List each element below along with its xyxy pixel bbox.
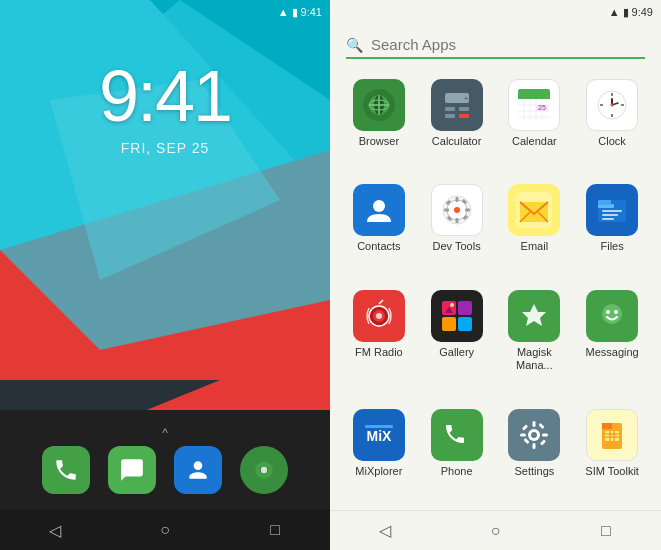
signal-icon-left: ▲ [278, 6, 289, 18]
status-bar-right: ▲ ▮ 9:49 [330, 0, 661, 24]
svg-rect-68 [602, 218, 614, 220]
svg-point-7 [261, 467, 268, 474]
app-label-magisk: Magisk Mana... [500, 346, 570, 372]
svg-rect-14 [439, 87, 475, 123]
status-bar-left: ▲ ▮ 9:41 [0, 0, 330, 24]
app-clock[interactable]: Clock [575, 75, 649, 172]
app-label-browser: Browser [359, 135, 399, 148]
time-left: 9:41 [301, 6, 322, 18]
svg-text:+: + [463, 94, 468, 103]
svg-point-45 [373, 200, 385, 212]
app-gallery[interactable]: Gallery [420, 286, 494, 397]
dock-messages[interactable] [108, 446, 156, 494]
app-contacts[interactable]: Contacts [342, 180, 416, 277]
app-calendar[interactable]: 25 Calendar [498, 75, 572, 172]
svg-point-92 [531, 432, 537, 438]
signal-icon-right: ▲ [609, 6, 620, 18]
svg-rect-103 [605, 431, 619, 441]
svg-rect-89 [439, 417, 475, 453]
time-right: 9:49 [632, 6, 653, 18]
svg-rect-88 [365, 425, 393, 428]
recents-btn-left[interactable]: □ [255, 510, 295, 550]
back-btn-right[interactable]: ◁ [365, 511, 405, 551]
app-files[interactable]: Files [575, 180, 649, 277]
app-calculator[interactable]: + Calculator [420, 75, 494, 172]
nav-bar-right: ◁ ○ □ [330, 510, 661, 550]
dock-phone[interactable] [42, 446, 90, 494]
app-fmradio[interactable]: FM Radio [342, 286, 416, 397]
search-placeholder: Search Apps [371, 36, 456, 53]
dock-arrow: ^ [162, 426, 168, 440]
app-label-email: Email [521, 240, 549, 253]
lockscreen: ▲ ▮ 9:41 9:41 FRI, SEP 25 [0, 0, 330, 410]
svg-text:25: 25 [538, 104, 546, 111]
svg-point-43 [611, 104, 614, 107]
svg-point-85 [614, 310, 618, 314]
app-devtools[interactable]: Dev Tools [420, 180, 494, 277]
svg-rect-51 [455, 218, 458, 223]
svg-rect-52 [444, 209, 449, 212]
svg-rect-65 [598, 200, 611, 205]
dock-icons [42, 446, 288, 494]
app-label-files: Files [601, 240, 624, 253]
app-label-mixplorer: MiXplorer [355, 465, 402, 478]
app-label-fmradio: FM Radio [355, 346, 403, 359]
app-label-phone: Phone [441, 465, 473, 478]
back-btn-left[interactable]: ◁ [35, 510, 75, 550]
svg-rect-94 [533, 443, 536, 449]
app-simtoolkit[interactable]: SIM Toolkit [575, 405, 649, 502]
svg-point-83 [602, 304, 622, 324]
home-btn-left[interactable]: ○ [145, 510, 185, 550]
app-label-calculator: Calculator [432, 135, 482, 148]
svg-rect-96 [542, 433, 548, 436]
svg-point-49 [454, 207, 460, 213]
svg-rect-95 [520, 433, 526, 436]
home-btn-right[interactable]: ○ [475, 511, 515, 551]
right-phone: ▲ ▮ 9:49 🔍 Search Apps Browser [330, 0, 661, 550]
svg-rect-16 [445, 107, 455, 111]
app-label-clock: Clock [598, 135, 626, 148]
app-browser[interactable]: Browser [342, 75, 416, 172]
svg-point-80 [450, 303, 454, 307]
svg-rect-66 [602, 210, 622, 212]
dock-magisk[interactable] [240, 446, 288, 494]
nav-bar-left: ◁ ○ □ [0, 510, 330, 550]
battery-icon-left: ▮ [292, 6, 298, 19]
svg-rect-53 [465, 209, 470, 212]
app-messaging[interactable]: Messaging [575, 286, 649, 397]
svg-rect-19 [459, 114, 469, 118]
svg-point-72 [376, 313, 382, 319]
svg-text:MiX: MiX [366, 428, 392, 444]
app-email[interactable]: Email [498, 180, 572, 277]
app-mixplorer[interactable]: MiX MiXplorer [342, 405, 416, 502]
search-bar[interactable]: 🔍 Search Apps [346, 32, 645, 59]
dock-area: ^ [0, 410, 330, 510]
app-label-gallery: Gallery [439, 346, 474, 359]
lockscreen-date: FRI, SEP 25 [121, 140, 210, 156]
apps-grid: Browser + Calculator [330, 67, 661, 510]
app-label-messaging: Messaging [586, 346, 639, 359]
app-label-simtoolkit: SIM Toolkit [585, 465, 639, 478]
app-settings[interactable]: Settings [498, 405, 572, 502]
dock-contacts[interactable] [174, 446, 222, 494]
svg-rect-76 [458, 301, 472, 315]
search-icon: 🔍 [346, 37, 363, 53]
svg-rect-77 [442, 317, 456, 331]
left-phone: ▲ ▮ 9:41 9:41 FRI, SEP 25 ^ [0, 0, 330, 550]
app-label-settings: Settings [515, 465, 555, 478]
svg-rect-50 [455, 197, 458, 202]
app-phone[interactable]: Phone [420, 405, 494, 502]
app-label-devtools: Dev Tools [433, 240, 481, 253]
app-magisk[interactable]: Magisk Mana... [498, 286, 572, 397]
svg-rect-24 [518, 97, 550, 99]
svg-rect-67 [602, 214, 618, 216]
app-label-calendar: Calendar [512, 135, 557, 148]
svg-rect-17 [459, 107, 469, 111]
svg-rect-18 [445, 114, 455, 118]
svg-rect-93 [533, 421, 536, 427]
svg-point-84 [606, 310, 610, 314]
app-label-contacts: Contacts [357, 240, 400, 253]
lockscreen-time: 9:41 [99, 60, 231, 132]
recents-btn-right[interactable]: □ [586, 511, 626, 551]
battery-icon-right: ▮ [623, 6, 629, 19]
